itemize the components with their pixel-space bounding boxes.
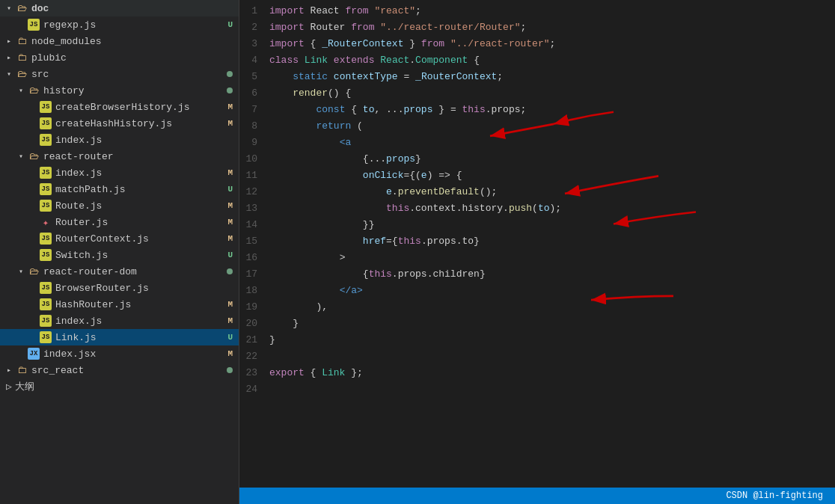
- code-line: 12 e.preventDefault();: [239, 184, 835, 200]
- git-badge: M: [227, 102, 233, 111]
- line-content: >: [269, 250, 835, 266]
- sidebar-item-label: Switch.js: [55, 250, 227, 261]
- sidebar-item-label: src: [31, 69, 227, 80]
- line-content: import Router from "../react-router/Rout…: [269, 19, 835, 36]
- modified-dot: [227, 268, 233, 274]
- code-line: 2import Router from "../react-router/Rou…: [239, 19, 835, 36]
- code-line: 1import React from "react";: [239, 3, 835, 19]
- line-number: 19: [239, 299, 269, 316]
- git-badge: M: [227, 119, 233, 128]
- code-line: 22: [239, 348, 835, 365]
- file-icon: 🗁: [15, 69, 28, 80]
- code-line: 13 this.context.history.push(to);: [239, 200, 835, 217]
- sidebar-item-label: index.js: [55, 316, 227, 327]
- line-content: ),: [269, 299, 835, 316]
- git-badge: M: [227, 201, 233, 210]
- file-icon: JS: [39, 134, 52, 146]
- line-number: 20: [239, 316, 269, 332]
- sidebar-item-matchPath.js[interactable]: JSmatchPath.jsU: [0, 181, 239, 197]
- modified-dot: [227, 87, 233, 93]
- line-number: 24: [239, 381, 269, 398]
- git-badge: U: [227, 251, 233, 259]
- line-content: e.preventDefault();: [269, 184, 835, 200]
- line-number: 6: [239, 85, 269, 102]
- sidebar-item-src_react[interactable]: ▸🗀src_react: [0, 362, 239, 378]
- code-content[interactable]: 1import React from "react";2import Route…: [239, 0, 835, 398]
- file-icon: JS: [39, 298, 52, 310]
- git-badge: M: [227, 300, 233, 309]
- line-number: 10: [239, 151, 269, 168]
- sidebar-item-index.js-history[interactable]: JSindex.js: [0, 132, 239, 148]
- code-line: 5 static contextType = _RouterContext;: [239, 69, 835, 85]
- file-icon: JS: [39, 200, 52, 212]
- line-content: {...props}: [269, 151, 835, 168]
- code-line: 11 onClick={(e) => {: [239, 168, 835, 184]
- sidebar-item-plubic[interactable]: ▸🗀plubic: [0, 49, 239, 66]
- arrow-icon: ▸: [3, 53, 15, 62]
- sidebar-item-label: index.js: [55, 168, 227, 179]
- sidebar-item-react-router[interactable]: ▾🗁react-router: [0, 148, 239, 165]
- sidebar-item-react-router-dom[interactable]: ▾🗁react-router-dom: [0, 263, 239, 280]
- sidebar-item-label: react-router-dom: [43, 266, 227, 277]
- code-line: 7 const { to, ...props } = this.props;: [239, 102, 835, 118]
- line-content: onClick={(e) => {: [269, 168, 835, 184]
- sidebar-item-index.js-rrd[interactable]: JSindex.jsM: [0, 313, 239, 329]
- sidebar-item-node_modules[interactable]: ▸🗀node_modules: [0, 33, 239, 49]
- line-number: 12: [239, 184, 269, 200]
- git-badge: M: [227, 316, 233, 325]
- sidebar-item-BrowserRouter.js[interactable]: JSBrowserRouter.js: [0, 280, 239, 296]
- bottom-bar: CSDN @lin-fighting: [239, 488, 835, 504]
- git-badge: M: [227, 349, 233, 358]
- arrow-icon: ▾: [15, 86, 27, 95]
- code-wrapper: 1import React from "react";2import Route…: [239, 0, 835, 504]
- file-icon: JS: [39, 167, 52, 179]
- line-number: 5: [239, 69, 269, 85]
- file-icon: JX: [27, 348, 40, 360]
- sidebar-item-src[interactable]: ▾🗁src: [0, 66, 239, 82]
- sidebar-item-index.js-rr[interactable]: JSindex.jsM: [0, 165, 239, 181]
- bottom-label: CSDN @lin-fighting: [726, 491, 823, 501]
- sidebar-item-Router.js[interactable]: ✦Router.jsM: [0, 214, 239, 230]
- line-content: </a>: [269, 283, 835, 299]
- file-icon: JS: [39, 249, 52, 261]
- sidebar-item-regexp.js[interactable]: JSregexp.jsU: [0, 16, 239, 33]
- sidebar-item-HashRouter.js[interactable]: JSHashRouter.jsM: [0, 296, 239, 313]
- line-content: }: [269, 332, 835, 348]
- code-line: 10 {...props}: [239, 151, 835, 168]
- file-icon: 🗀: [15, 52, 28, 64]
- line-number: 16: [239, 250, 269, 266]
- outline-section[interactable]: ▷ 大纲: [0, 378, 239, 395]
- sidebar-item-history[interactable]: ▾🗁history: [0, 82, 239, 99]
- sidebar-item-label: HashRouter.js: [55, 299, 227, 310]
- sidebar-item-label: createBrowserHistory.js: [55, 102, 227, 113]
- code-line: 6 render() {: [239, 85, 835, 102]
- modified-dot: [227, 71, 233, 77]
- sidebar-item-label: Route.js: [55, 200, 227, 212]
- sidebar-item-createHashHistory.js[interactable]: JScreateHashHistory.jsM: [0, 115, 239, 132]
- sidebar-item-Route.js[interactable]: JSRoute.jsM: [0, 197, 239, 214]
- sidebar-item-label: doc: [31, 3, 233, 14]
- line-number: 22: [239, 348, 269, 365]
- line-content: this.context.history.push(to);: [269, 200, 835, 217]
- line-content: }: [269, 316, 835, 332]
- sidebar: ▾🗁docJSregexp.jsU▸🗀node_modules▸🗀plubic▾…: [0, 0, 239, 504]
- line-number: 15: [239, 233, 269, 250]
- code-line: 20 }: [239, 316, 835, 332]
- arrow-icon: ▾: [15, 267, 27, 276]
- sidebar-item-createBrowserHistory.js[interactable]: JScreateBrowserHistory.jsM: [0, 99, 239, 115]
- sidebar-item-Switch.js[interactable]: JSSwitch.jsU: [0, 247, 239, 263]
- file-icon: 🗁: [27, 266, 40, 277]
- line-number: 18: [239, 283, 269, 299]
- git-badge: U: [227, 333, 233, 342]
- sidebar-item-label: node_modules: [31, 36, 233, 47]
- file-icon: 🗁: [27, 85, 40, 96]
- code-line: 9 <a: [239, 135, 835, 151]
- line-number: 4: [239, 52, 269, 69]
- sidebar-item-RouterContext.js[interactable]: JSRouterContext.jsM: [0, 230, 239, 247]
- sidebar-item-index.jsx[interactable]: JXindex.jsxM: [0, 345, 239, 362]
- sidebar-item-doc[interactable]: ▾🗁doc: [0, 0, 239, 16]
- sidebar-item-Link.js[interactable]: JSLink.jsU: [0, 329, 239, 345]
- arrow-icon: ▾: [15, 152, 27, 161]
- line-number: 17: [239, 266, 269, 283]
- line-number: 23: [239, 365, 269, 381]
